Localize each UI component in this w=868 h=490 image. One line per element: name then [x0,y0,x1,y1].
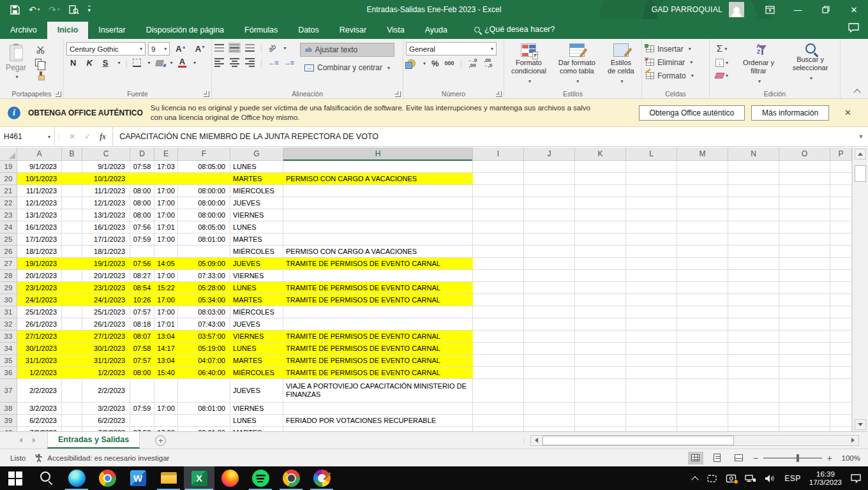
cell-E38[interactable]: 17:00 [154,403,178,415]
paste-button[interactable]: Pegar ▾ [3,41,29,83]
cell-F40[interactable]: 08:01:00 [178,427,230,431]
cell-M34[interactable] [677,343,728,355]
cell-F25[interactable]: 08:01:00 [178,234,230,246]
cell-P20[interactable] [830,173,852,185]
cell-D22[interactable]: 08:00 [130,197,154,209]
taskbar-spotify-icon[interactable] [245,466,276,490]
cell-L39[interactable] [626,415,677,427]
cell-F32[interactable]: 07:43:00 [178,318,230,330]
cell-I37[interactable] [473,379,524,403]
language-indicator[interactable]: ESP [784,474,801,483]
cell-G31[interactable]: MIÉRCOLES [230,306,283,318]
cell-C28[interactable]: 20/1/2023 [82,270,130,282]
cell-B22[interactable] [62,197,82,209]
cell-B40[interactable] [62,427,82,431]
cell-F23[interactable]: 08:00:00 [178,209,230,221]
cell-N25[interactable] [728,234,779,246]
conditional-formatting-button[interactable]: Formato condicional ▾ [507,41,551,85]
cell-C19[interactable]: 9/1/2023 [82,161,130,173]
cell-B19[interactable] [62,161,82,173]
cell-C20[interactable]: 10/1/2023 [82,173,130,185]
snip-tool-tray-icon[interactable] [707,474,717,483]
cell-M33[interactable] [677,330,728,343]
cell-G37[interactable]: JUEVES [230,379,283,403]
row-header[interactable]: 38 [0,403,17,415]
cell-F39[interactable] [178,415,230,427]
cell-B27[interactable] [62,258,82,270]
scroll-up-icon[interactable] [855,149,866,160]
cell-H38[interactable] [283,403,473,415]
copy-button[interactable]: ▾ [33,57,48,68]
print-preview-icon[interactable] [69,5,79,15]
cell-I32[interactable] [473,318,524,330]
cell-I19[interactable] [473,161,524,173]
cell-G26[interactable]: MIÉRCOLES [230,246,283,258]
tab-ayuda[interactable]: Ayuda [415,22,458,39]
cell-C21[interactable]: 11/1/2023 [82,185,130,197]
cell-J23[interactable] [524,209,575,221]
cell-K21[interactable] [575,185,626,197]
cell-H22[interactable] [283,197,473,209]
close-button[interactable]: ✕ [840,0,868,19]
cell-I33[interactable] [473,330,524,343]
cell-F19[interactable]: 08:05:00 [178,161,230,173]
cell-N31[interactable] [728,306,779,318]
cell-A26[interactable]: 18/1/2023 [17,246,62,258]
cell-K19[interactable] [575,161,626,173]
cell-J38[interactable] [524,403,575,415]
cell-E20[interactable] [154,173,178,185]
cell-A28[interactable]: 20/1/2023 [17,270,62,282]
feedback-icon[interactable] [848,23,859,39]
cell-E37[interactable] [154,379,178,403]
row-header[interactable]: 23 [0,209,17,221]
page-break-view-button[interactable] [731,452,747,464]
cell-J28[interactable] [524,270,575,282]
cell-D20[interactable] [130,173,154,185]
cell-L31[interactable] [626,306,677,318]
cell-H19[interactable] [283,161,473,173]
cell-N28[interactable] [728,270,779,282]
row-header[interactable]: 22 [0,197,17,209]
zoom-slider-thumb[interactable] [797,454,799,462]
learn-more-button[interactable]: Más información [751,105,829,121]
cell-P32[interactable] [830,318,852,330]
column-header-O[interactable]: O [779,147,830,160]
cell-B33[interactable] [62,330,82,343]
align-bottom-icon[interactable] [245,44,255,52]
align-left-icon[interactable] [214,58,224,67]
cell-G19[interactable]: LUNES [230,161,283,173]
cell-D30[interactable]: 10:26 [130,294,154,306]
cell-A22[interactable]: 12/1/2023 [17,197,62,209]
cell-C34[interactable]: 30/1/2023 [82,343,130,355]
cell-E28[interactable]: 17:00 [154,270,178,282]
insert-cells-button[interactable]: Insertar▾ [645,42,707,56]
update-tray-icon[interactable] [726,474,737,483]
sheet-next-icon[interactable] [33,438,36,443]
save-icon[interactable] [10,5,20,15]
wrap-text-button[interactable]: ab Ajustar texto [300,43,394,57]
cell-H36[interactable]: TRAMITE DE PERMISOS DE EVENTO CARNAL [283,367,473,379]
cell-N40[interactable] [728,427,779,431]
cell-N23[interactable] [728,209,779,221]
cell-A32[interactable]: 26/1/2023 [17,318,62,330]
cell-O30[interactable] [779,294,830,306]
cell-G39[interactable]: LUNES [230,415,283,427]
cell-F38[interactable]: 08:01:00 [178,403,230,415]
cell-B32[interactable] [62,318,82,330]
row-header[interactable]: 40 [0,427,17,431]
account-name[interactable]: GAD PARROQUIAL [652,5,722,14]
column-header-K[interactable]: K [575,147,626,160]
cell-D35[interactable]: 07:57 [130,355,154,367]
tab-revisar[interactable]: Revisar [329,22,377,39]
cell-N39[interactable] [728,415,779,427]
cell-K36[interactable] [575,367,626,379]
cell-O36[interactable] [779,367,830,379]
row-header[interactable]: 36 [0,367,17,379]
get-genuine-office-button[interactable]: Obtenga Office auténtico [639,105,745,121]
cell-N26[interactable] [728,246,779,258]
cell-G28[interactable]: VIERNES [230,270,283,282]
row-header[interactable]: 25 [0,234,17,246]
splitter-dots[interactable]: ⋮ [521,437,530,443]
cell-A29[interactable]: 23/1/2023 [17,282,62,294]
cell-J34[interactable] [524,343,575,355]
